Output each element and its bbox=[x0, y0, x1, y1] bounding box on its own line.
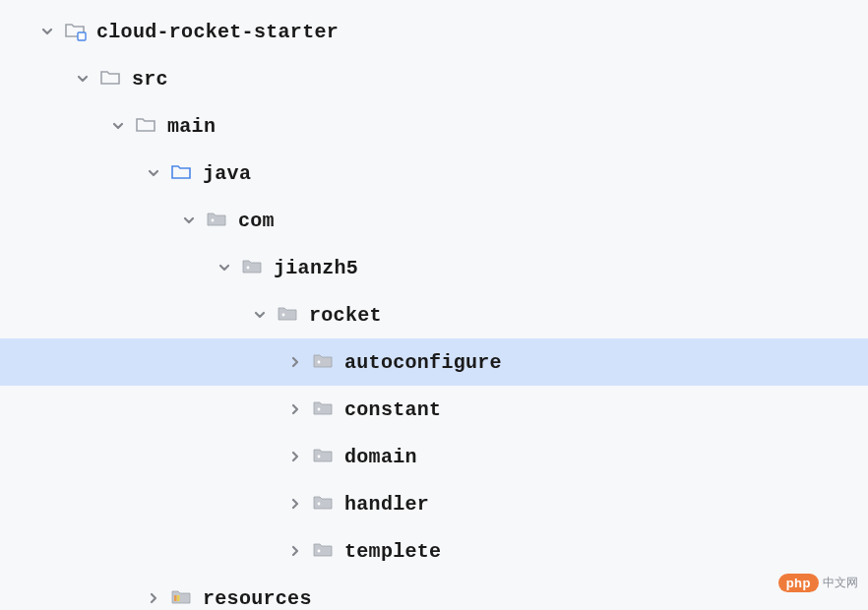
package-folder-icon bbox=[311, 396, 337, 422]
watermark: php 中文网 bbox=[778, 574, 858, 592]
chevron-down-icon[interactable] bbox=[248, 303, 272, 327]
tree-item-label: constant bbox=[344, 398, 441, 421]
chevron-down-icon[interactable] bbox=[177, 209, 201, 232]
tree-item-autoconfigure[interactable]: autoconfigure bbox=[0, 338, 868, 386]
package-folder-icon bbox=[276, 302, 301, 328]
tree-item-templete[interactable]: templete bbox=[0, 527, 868, 575]
tree-item-label: resources bbox=[203, 587, 312, 610]
tree-item-label: rocket bbox=[309, 304, 382, 327]
tree-item-label: java bbox=[203, 162, 251, 185]
tree-item-label: main bbox=[167, 115, 216, 138]
tree-item-jianzh5[interactable]: jianzh5 bbox=[0, 244, 868, 291]
source-folder-icon bbox=[169, 160, 195, 186]
tree-item-label: cloud-rocket-starter bbox=[96, 21, 339, 43]
tree-item-resources[interactable]: resources bbox=[0, 575, 868, 610]
resources-folder-icon bbox=[169, 585, 195, 610]
folder-icon bbox=[134, 113, 159, 139]
chevron-right-icon[interactable] bbox=[283, 492, 307, 516]
package-folder-icon bbox=[311, 491, 337, 517]
tree-item-label: src bbox=[132, 68, 168, 91]
tree-item-label: autoconfigure bbox=[344, 351, 502, 374]
tree-item-label: com bbox=[238, 210, 275, 232]
tree-item-main[interactable]: main bbox=[0, 102, 868, 150]
package-folder-icon bbox=[205, 208, 230, 233]
tree-item-constant[interactable]: constant bbox=[0, 386, 868, 433]
package-folder-icon bbox=[240, 255, 266, 280]
tree-item-label: domain bbox=[344, 446, 417, 468]
tree-item-handler[interactable]: handler bbox=[0, 480, 868, 527]
chevron-right-icon[interactable] bbox=[283, 539, 307, 563]
package-folder-icon bbox=[311, 538, 337, 564]
tree-item-label: templete bbox=[344, 540, 441, 563]
chevron-down-icon[interactable] bbox=[35, 20, 59, 43]
tree-item-domain[interactable]: domain bbox=[0, 433, 868, 480]
tree-item-java[interactable]: java bbox=[0, 150, 868, 197]
tree-item-root[interactable]: cloud-rocket-starter bbox=[0, 8, 868, 55]
package-folder-icon bbox=[311, 349, 337, 375]
package-folder-icon bbox=[311, 444, 337, 469]
chevron-right-icon[interactable] bbox=[283, 397, 307, 421]
watermark-text: 中文网 bbox=[823, 575, 858, 591]
chevron-right-icon[interactable] bbox=[142, 586, 165, 610]
tree-item-rocket[interactable]: rocket bbox=[0, 291, 868, 338]
chevron-down-icon[interactable] bbox=[142, 161, 165, 185]
chevron-right-icon[interactable] bbox=[283, 445, 307, 468]
chevron-down-icon[interactable] bbox=[213, 256, 236, 279]
tree-item-label: handler bbox=[344, 493, 429, 516]
chevron-right-icon[interactable] bbox=[283, 350, 307, 374]
project-tree: cloud-rocket-starter src main java bbox=[0, 0, 868, 610]
watermark-badge: php bbox=[778, 574, 819, 592]
tree-item-com[interactable]: com bbox=[0, 197, 868, 244]
folder-icon bbox=[98, 66, 124, 92]
chevron-down-icon[interactable] bbox=[71, 67, 94, 91]
chevron-down-icon[interactable] bbox=[106, 114, 130, 138]
module-folder-icon bbox=[63, 19, 89, 44]
tree-item-label: jianzh5 bbox=[274, 257, 358, 279]
tree-item-src[interactable]: src bbox=[0, 55, 868, 102]
